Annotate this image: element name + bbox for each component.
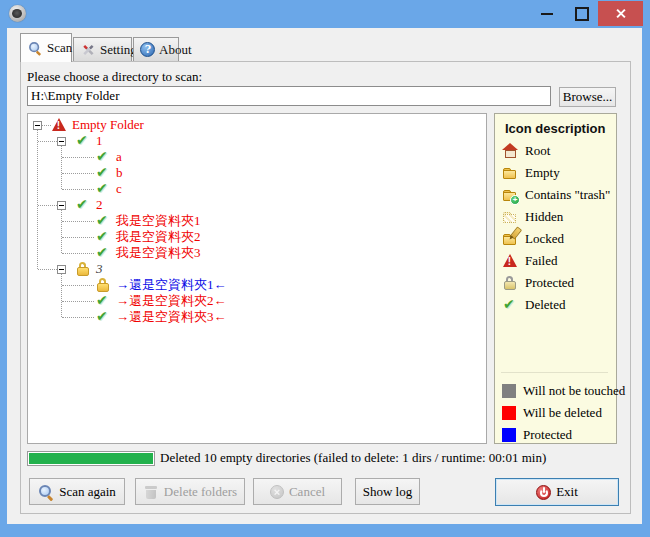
question-icon	[140, 42, 155, 57]
folder-trash-plus-icon	[502, 187, 518, 203]
cancel-circle-icon	[270, 485, 284, 499]
deleted-check-icon	[95, 149, 111, 165]
tree-node-label: 我是空資料夾3	[116, 244, 201, 262]
tree-node-label: b	[116, 165, 123, 181]
browse-button[interactable]: Browse...	[559, 87, 616, 107]
tree-node[interactable]: b	[95, 165, 123, 181]
legend-item-label: Protected	[525, 275, 574, 291]
legend-item-protected: Protected	[502, 274, 574, 292]
tree-connector-line	[62, 253, 94, 254]
tree-connector-line	[62, 285, 94, 286]
tree-connector-line	[61, 274, 62, 317]
titlebar[interactable]	[0, 0, 650, 28]
delete-folders-button[interactable]: Delete folders	[135, 478, 245, 505]
expand-collapse-toggle[interactable]	[33, 121, 42, 130]
minimize-button[interactable]	[541, 13, 553, 15]
grey-swatch	[502, 384, 516, 398]
tree-node[interactable]: a	[95, 149, 122, 165]
legend-item-label: Hidden	[525, 209, 563, 225]
color-key-will-be-deleted: Will be deleted	[502, 404, 602, 422]
directory-tree[interactable]: Empty Folder 1 a b c 2 我是空資料夾1 我是空資料夾2	[27, 113, 487, 444]
app-icon	[9, 5, 26, 22]
tree-connector-line	[62, 317, 94, 318]
tree-node[interactable]: c	[95, 181, 122, 197]
tree-node[interactable]: 1	[75, 133, 103, 149]
failed-warning-icon	[51, 117, 67, 133]
tree-node-label: Empty Folder	[72, 117, 144, 133]
directory-input[interactable]	[27, 86, 551, 106]
color-key-label: Will not be touched	[523, 383, 625, 399]
magnifier-icon	[28, 41, 42, 55]
tab-about-label: About	[159, 42, 192, 58]
protected-lock-icon	[502, 275, 518, 291]
directory-label: Please choose a directory to scan:	[27, 69, 202, 85]
exit-button[interactable]: Exit	[495, 478, 619, 506]
hidden-folder-icon	[502, 209, 518, 225]
tree-node[interactable]: 我是空資料夾2	[95, 229, 201, 245]
tree-node[interactable]: 我是空資料夾1	[95, 213, 201, 229]
color-key-label: Will be deleted	[523, 405, 602, 421]
cancel-button[interactable]: Cancel	[253, 478, 342, 505]
legend-title: Icon description	[505, 121, 605, 136]
expand-collapse-toggle[interactable]	[57, 201, 66, 210]
root-house-icon	[502, 143, 518, 159]
legend-item-contains-trash: Contains "trash"	[502, 186, 610, 204]
exit-label: Exit	[556, 484, 578, 500]
close-x-icon	[615, 8, 626, 19]
locked-folder-icon	[502, 231, 518, 247]
tree-connector-line	[61, 210, 62, 253]
tree-node[interactable]: 2	[75, 197, 103, 213]
legend-divider	[501, 372, 608, 373]
tab-scan-label: Scan	[47, 40, 72, 56]
browse-button-label: Browse...	[563, 89, 612, 105]
deleted-check-icon	[95, 245, 111, 261]
deleted-check-icon	[75, 197, 91, 213]
tree-connector-line	[62, 301, 94, 302]
red-swatch	[502, 406, 516, 420]
color-key-not-touched: Will not be touched	[502, 382, 625, 400]
tree-node[interactable]: 我是空資料夾3	[95, 245, 201, 261]
show-log-button[interactable]: Show log	[355, 478, 420, 505]
status-text: Deleted 10 empty directories (failed to …	[160, 450, 630, 466]
tree-connector-line	[38, 141, 57, 142]
tree-node-label: 3	[96, 261, 103, 277]
power-icon	[536, 485, 551, 500]
color-key-protected: Protected	[502, 426, 572, 444]
tree-node[interactable]: 3	[75, 261, 103, 277]
legend-item-deleted: Deleted	[502, 296, 565, 314]
tree-connector-line	[62, 237, 94, 238]
tree-node[interactable]: →還是空資料夾2←	[95, 293, 227, 309]
tree-connector-line	[38, 205, 57, 206]
legend-item-label: Contains "trash"	[525, 187, 610, 203]
deleted-check-icon	[95, 165, 111, 181]
tree-node-label: c	[116, 181, 122, 197]
legend-item-locked: Locked	[502, 230, 564, 248]
tools-icon	[81, 43, 95, 57]
tree-connector-line	[62, 189, 94, 190]
tree-node[interactable]: →還是空資料夾3←	[95, 309, 227, 325]
close-button[interactable]	[598, 1, 643, 26]
tree-node-label: 1	[96, 133, 103, 149]
tab-scan[interactable]: Scan	[20, 33, 72, 62]
tree-connector-line	[38, 269, 57, 270]
tab-about[interactable]: About	[133, 37, 179, 62]
delete-folders-label: Delete folders	[164, 484, 237, 500]
tree-node[interactable]: →還是空資料夾1←	[95, 277, 227, 293]
trash-icon	[143, 484, 159, 500]
expand-collapse-toggle[interactable]	[57, 265, 66, 274]
empty-folder-icon	[502, 165, 518, 181]
app-window: Scan Settings About Please choose a dire…	[0, 0, 650, 537]
legend-item-label: Deleted	[525, 297, 565, 313]
tree-connector-line	[62, 173, 94, 174]
legend-item-label: Empty	[525, 165, 560, 181]
blue-swatch	[502, 428, 516, 442]
deleted-check-icon	[75, 133, 91, 149]
expand-collapse-toggle[interactable]	[57, 137, 66, 146]
scan-again-button[interactable]: Scan again	[29, 478, 125, 505]
tree-connector-line	[62, 221, 94, 222]
tab-settings[interactable]: Settings	[73, 37, 132, 62]
maximize-button[interactable]	[575, 7, 589, 21]
tree-connector-line	[37, 130, 38, 269]
deleted-check-icon	[95, 181, 111, 197]
tree-node-root[interactable]: Empty Folder	[51, 117, 144, 133]
